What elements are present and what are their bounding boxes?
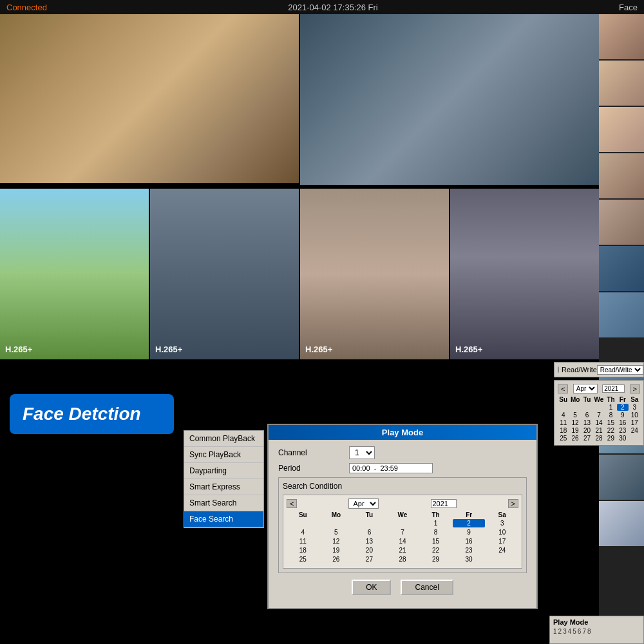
cal-day-1[interactable]: 1 (419, 519, 452, 527)
read-write-select[interactable]: Read/Write Read Only (597, 365, 643, 375)
menu-sync-playback[interactable]: Sync PlayBack (184, 447, 263, 463)
rcal-28[interactable]: 28 (593, 435, 604, 442)
pm-num-4[interactable]: 4 (568, 628, 572, 635)
pm-num-5[interactable]: 5 (573, 628, 576, 635)
cal-day-7[interactable]: 7 (386, 528, 419, 536)
menu-common-playback[interactable]: Common PlayBack (184, 431, 263, 447)
cal-day-6[interactable]: 6 (353, 528, 386, 536)
rcal-21[interactable]: 21 (593, 427, 604, 434)
face-thumb-5[interactable] (599, 200, 644, 245)
rcal-13[interactable]: 13 (582, 419, 592, 426)
cal-day-11[interactable]: 11 (287, 537, 319, 545)
period-input[interactable] (349, 463, 433, 473)
pm-num-6[interactable]: 6 (578, 628, 582, 635)
cal-day-27[interactable]: 27 (353, 555, 386, 564)
rcal-25[interactable]: 25 (558, 435, 569, 442)
right-cal-year[interactable] (602, 384, 625, 393)
face-thumb-11[interactable] (599, 501, 644, 546)
rcal-7[interactable]: 7 (593, 412, 604, 419)
cal-day-10[interactable]: 10 (486, 528, 518, 536)
rcal-11[interactable]: 11 (558, 419, 569, 426)
pm-num-1[interactable]: 1 (553, 628, 557, 635)
cal-prev-btn[interactable]: < (287, 499, 297, 508)
cal-day-16[interactable]: 16 (453, 537, 486, 545)
pm-num-7[interactable]: 7 (582, 628, 586, 635)
cal-day-2[interactable]: 2 (453, 519, 486, 527)
menu-dayparting[interactable]: Dayparting (184, 463, 263, 479)
menu-smart-search[interactable]: Smart Search (184, 495, 263, 511)
rcal-23[interactable]: 23 (617, 427, 628, 434)
pm-num-3[interactable]: 3 (563, 628, 567, 635)
cal-day-15[interactable]: 15 (419, 537, 452, 545)
cal-next-btn[interactable]: > (508, 499, 518, 508)
right-cal-month-select[interactable]: Apr (573, 384, 598, 393)
rcal-14[interactable]: 14 (593, 419, 604, 426)
rcal-20[interactable]: 20 (582, 427, 592, 434)
cal-day-28[interactable]: 28 (386, 555, 419, 564)
cal-day-30[interactable]: 30 (453, 555, 486, 564)
rcal-26[interactable]: 26 (569, 435, 580, 442)
channel-select[interactable]: 1 2 4 (349, 446, 375, 459)
rcal-8[interactable]: 8 (605, 412, 616, 419)
read-write-radio[interactable] (558, 366, 559, 373)
cal-day-17[interactable]: 17 (486, 537, 518, 545)
rcal-6[interactable]: 6 (582, 412, 592, 419)
face-thumb-10[interactable] (599, 455, 644, 500)
rcal-9[interactable]: 9 (617, 412, 628, 419)
rcal-17[interactable]: 17 (629, 419, 640, 426)
face-tab[interactable]: Face (619, 3, 638, 12)
ok-button[interactable]: OK (352, 580, 391, 595)
rcal-10[interactable]: 10 (629, 412, 640, 419)
pm-num-2[interactable]: 2 (558, 628, 562, 635)
rcal-4[interactable]: 4 (558, 412, 569, 419)
rcal-27[interactable]: 27 (582, 435, 592, 442)
rcal-18[interactable]: 18 (558, 427, 569, 434)
cal-day-8[interactable]: 8 (419, 528, 452, 536)
cal-day-22[interactable]: 22 (419, 546, 452, 554)
cal-day-12[interactable]: 12 (320, 537, 353, 545)
cal-day-9[interactable]: 9 (453, 528, 486, 536)
rcal-1[interactable]: 1 (605, 404, 616, 411)
cal-day-21[interactable]: 21 (386, 546, 419, 554)
cal-day-23[interactable]: 23 (453, 546, 486, 554)
cancel-button[interactable]: Cancel (401, 580, 453, 595)
cal-day-26[interactable]: 26 (320, 555, 353, 564)
rcal-22[interactable]: 22 (605, 427, 616, 434)
rcal-29[interactable]: 29 (605, 435, 616, 442)
face-thumb-3[interactable] (599, 107, 644, 152)
face-thumb-6[interactable] (599, 246, 644, 291)
video-cell-3[interactable]: H.265+ (0, 189, 149, 359)
cal-day-14[interactable]: 14 (386, 537, 419, 545)
cal-day-18[interactable]: 18 (287, 546, 319, 554)
menu-face-search[interactable]: Face Search (184, 511, 263, 527)
rcal-3[interactable]: 3 (629, 404, 640, 411)
rcal-15[interactable]: 15 (605, 419, 616, 426)
rcal-5[interactable]: 5 (569, 412, 580, 419)
rcal-2[interactable]: 2 (617, 404, 628, 411)
face-thumb-7[interactable] (599, 292, 644, 337)
cal-day-20[interactable]: 20 (353, 546, 386, 554)
rcal-12[interactable]: 12 (569, 419, 580, 426)
cal-day-19[interactable]: 19 (320, 546, 353, 554)
right-cal-next[interactable]: > (630, 384, 640, 393)
cal-day-3[interactable]: 3 (486, 519, 518, 527)
pm-num-8[interactable]: 8 (587, 628, 591, 635)
cal-month-select[interactable]: Apr JanFebMar MayJunJul AugSepOct NovDec (348, 498, 379, 509)
cal-day-5[interactable]: 5 (320, 528, 353, 536)
rcal-24[interactable]: 24 (629, 427, 640, 434)
face-thumb-2[interactable] (599, 61, 644, 106)
rcal-16[interactable]: 16 (617, 419, 628, 426)
cal-year-input[interactable] (431, 499, 457, 508)
cal-day-4[interactable]: 4 (287, 528, 319, 536)
video-cell-1[interactable] (0, 14, 299, 185)
menu-smart-express[interactable]: Smart Express (184, 479, 263, 495)
cal-day-25[interactable]: 25 (287, 555, 319, 564)
video-cell-6[interactable]: H.265+ (450, 189, 599, 359)
video-cell-4[interactable]: H.265+ (150, 189, 299, 359)
face-thumb-4[interactable] (599, 153, 644, 198)
video-cell-5[interactable]: H.265+ (300, 189, 449, 359)
rcal-19[interactable]: 19 (569, 427, 580, 434)
cal-day-13[interactable]: 13 (353, 537, 386, 545)
right-cal-prev[interactable]: < (558, 384, 568, 393)
cal-day-29[interactable]: 29 (419, 555, 452, 564)
